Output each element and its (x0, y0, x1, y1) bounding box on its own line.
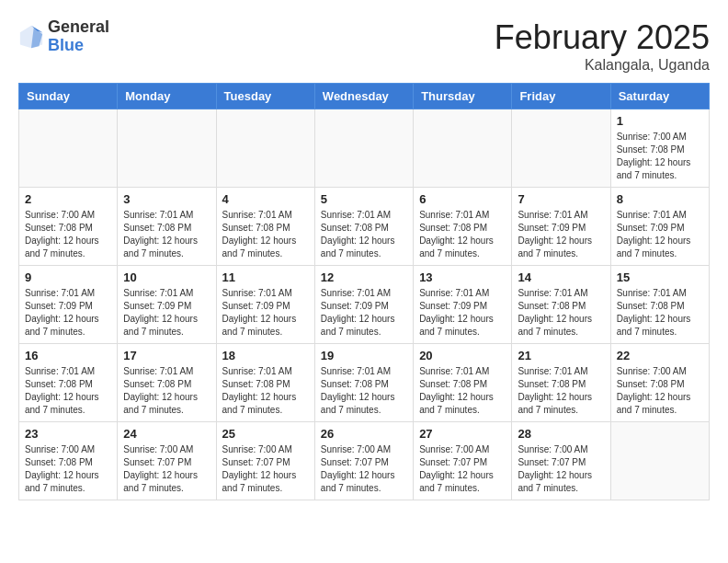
day-info: Sunrise: 7:01 AM Sunset: 7:08 PM Dayligh… (321, 365, 407, 417)
calendar-cell: 15Sunrise: 7:01 AM Sunset: 7:08 PM Dayli… (610, 266, 709, 344)
day-number: 8 (617, 192, 703, 206)
calendar-cell (216, 109, 314, 188)
day-number: 9 (25, 270, 111, 284)
day-info: Sunrise: 7:01 AM Sunset: 7:09 PM Dayligh… (518, 209, 604, 260)
day-number: 20 (419, 349, 506, 362)
location: Kalangala, Uganda (495, 57, 710, 74)
day-number: 10 (123, 270, 210, 284)
day-info: Sunrise: 7:00 AM Sunset: 7:07 PM Dayligh… (123, 443, 210, 495)
day-info: Sunrise: 7:00 AM Sunset: 7:08 PM Dayligh… (25, 443, 111, 495)
day-info: Sunrise: 7:01 AM Sunset: 7:09 PM Dayligh… (222, 287, 309, 339)
day-number: 6 (419, 192, 506, 206)
day-number: 15 (617, 270, 703, 284)
day-info: Sunrise: 7:01 AM Sunset: 7:09 PM Dayligh… (419, 287, 506, 339)
day-info: Sunrise: 7:01 AM Sunset: 7:08 PM Dayligh… (123, 365, 210, 417)
day-info: Sunrise: 7:00 AM Sunset: 7:07 PM Dayligh… (222, 443, 309, 495)
calendar-cell: 2Sunrise: 7:00 AM Sunset: 7:08 PM Daylig… (19, 188, 118, 266)
logo-icon (18, 24, 44, 50)
calendar-cell: 27Sunrise: 7:00 AM Sunset: 7:07 PM Dayli… (414, 422, 512, 500)
calendar-cell: 16Sunrise: 7:01 AM Sunset: 7:08 PM Dayli… (19, 344, 118, 422)
page-header: General Blue February 2025 Kalangala, Ug… (18, 18, 710, 74)
day-info: Sunrise: 7:01 AM Sunset: 7:08 PM Dayligh… (321, 209, 407, 260)
day-info: Sunrise: 7:01 AM Sunset: 7:08 PM Dayligh… (222, 365, 309, 417)
day-info: Sunrise: 7:00 AM Sunset: 7:07 PM Dayligh… (419, 443, 506, 495)
calendar-header-row: SundayMondayTuesdayWednesdayThursdayFrid… (19, 84, 710, 109)
day-number: 11 (222, 270, 309, 284)
day-info: Sunrise: 7:00 AM Sunset: 7:08 PM Dayligh… (617, 131, 703, 182)
day-info: Sunrise: 7:00 AM Sunset: 7:07 PM Dayligh… (518, 443, 604, 495)
weekday-header: Friday (512, 84, 610, 109)
day-info: Sunrise: 7:01 AM Sunset: 7:08 PM Dayligh… (222, 209, 309, 260)
day-number: 18 (222, 349, 309, 362)
calendar-week-row: 16Sunrise: 7:01 AM Sunset: 7:08 PM Dayli… (19, 344, 710, 422)
day-number: 21 (518, 349, 604, 362)
day-number: 19 (321, 349, 407, 362)
day-number: 17 (123, 349, 210, 362)
calendar-week-row: 23Sunrise: 7:00 AM Sunset: 7:08 PM Dayli… (19, 422, 710, 500)
calendar-cell: 14Sunrise: 7:01 AM Sunset: 7:08 PM Dayli… (512, 266, 610, 344)
logo-text: General Blue (48, 18, 109, 55)
logo: General Blue (18, 18, 109, 55)
calendar-cell (314, 109, 413, 188)
weekday-header: Saturday (610, 84, 709, 109)
day-number: 1 (617, 114, 703, 128)
calendar-cell: 7Sunrise: 7:01 AM Sunset: 7:09 PM Daylig… (512, 188, 610, 266)
calendar-cell (414, 109, 512, 188)
day-number: 5 (321, 192, 407, 206)
weekday-header: Tuesday (216, 84, 314, 109)
calendar-cell: 9Sunrise: 7:01 AM Sunset: 7:09 PM Daylig… (19, 266, 118, 344)
day-number: 26 (321, 427, 407, 441)
calendar-cell: 18Sunrise: 7:01 AM Sunset: 7:08 PM Dayli… (216, 344, 314, 422)
day-info: Sunrise: 7:01 AM Sunset: 7:08 PM Dayligh… (123, 209, 210, 260)
day-number: 3 (123, 192, 210, 206)
calendar-cell: 5Sunrise: 7:01 AM Sunset: 7:08 PM Daylig… (314, 188, 413, 266)
calendar-cell: 12Sunrise: 7:01 AM Sunset: 7:09 PM Dayli… (314, 266, 413, 344)
day-number: 28 (518, 427, 604, 441)
weekday-header: Sunday (19, 84, 118, 109)
logo-general: General (48, 17, 109, 36)
day-info: Sunrise: 7:01 AM Sunset: 7:09 PM Dayligh… (123, 287, 210, 339)
calendar-cell: 6Sunrise: 7:01 AM Sunset: 7:08 PM Daylig… (414, 188, 512, 266)
day-info: Sunrise: 7:00 AM Sunset: 7:07 PM Dayligh… (321, 443, 407, 495)
day-number: 23 (25, 427, 111, 441)
calendar-week-row: 2Sunrise: 7:00 AM Sunset: 7:08 PM Daylig… (19, 188, 710, 266)
day-info: Sunrise: 7:01 AM Sunset: 7:08 PM Dayligh… (518, 287, 604, 339)
calendar-cell: 8Sunrise: 7:01 AM Sunset: 7:09 PM Daylig… (610, 188, 709, 266)
day-info: Sunrise: 7:01 AM Sunset: 7:08 PM Dayligh… (419, 209, 506, 260)
calendar-cell: 13Sunrise: 7:01 AM Sunset: 7:09 PM Dayli… (414, 266, 512, 344)
day-number: 2 (25, 192, 111, 206)
calendar-cell (512, 109, 610, 188)
weekday-header: Monday (118, 84, 216, 109)
calendar-cell: 11Sunrise: 7:01 AM Sunset: 7:09 PM Dayli… (216, 266, 314, 344)
calendar-cell: 24Sunrise: 7:00 AM Sunset: 7:07 PM Dayli… (118, 422, 216, 500)
day-number: 16 (25, 349, 111, 362)
day-number: 7 (518, 192, 604, 206)
calendar-cell (118, 109, 216, 188)
day-number: 4 (222, 192, 309, 206)
calendar-week-row: 1Sunrise: 7:00 AM Sunset: 7:08 PM Daylig… (19, 109, 710, 188)
weekday-header: Thursday (414, 84, 512, 109)
month-title: February 2025 (495, 18, 710, 57)
calendar-cell: 25Sunrise: 7:00 AM Sunset: 7:07 PM Dayli… (216, 422, 314, 500)
day-info: Sunrise: 7:01 AM Sunset: 7:08 PM Dayligh… (25, 365, 111, 417)
day-number: 13 (419, 270, 506, 284)
day-number: 22 (617, 349, 703, 362)
calendar-cell: 20Sunrise: 7:01 AM Sunset: 7:08 PM Dayli… (414, 344, 512, 422)
title-area: February 2025 Kalangala, Uganda (495, 18, 710, 74)
calendar-cell: 26Sunrise: 7:00 AM Sunset: 7:07 PM Dayli… (314, 422, 413, 500)
calendar-cell: 10Sunrise: 7:01 AM Sunset: 7:09 PM Dayli… (118, 266, 216, 344)
calendar-cell: 17Sunrise: 7:01 AM Sunset: 7:08 PM Dayli… (118, 344, 216, 422)
calendar-cell: 4Sunrise: 7:01 AM Sunset: 7:08 PM Daylig… (216, 188, 314, 266)
day-info: Sunrise: 7:01 AM Sunset: 7:08 PM Dayligh… (518, 365, 604, 417)
calendar-cell: 28Sunrise: 7:00 AM Sunset: 7:07 PM Dayli… (512, 422, 610, 500)
day-number: 12 (321, 270, 407, 284)
calendar-cell: 3Sunrise: 7:01 AM Sunset: 7:08 PM Daylig… (118, 188, 216, 266)
day-info: Sunrise: 7:01 AM Sunset: 7:09 PM Dayligh… (321, 287, 407, 339)
day-info: Sunrise: 7:01 AM Sunset: 7:08 PM Dayligh… (617, 287, 703, 339)
day-info: Sunrise: 7:01 AM Sunset: 7:09 PM Dayligh… (617, 209, 703, 260)
calendar-table: SundayMondayTuesdayWednesdayThursdayFrid… (18, 83, 710, 500)
calendar-week-row: 9Sunrise: 7:01 AM Sunset: 7:09 PM Daylig… (19, 266, 710, 344)
calendar-cell (610, 422, 709, 500)
day-info: Sunrise: 7:01 AM Sunset: 7:08 PM Dayligh… (419, 365, 506, 417)
day-number: 25 (222, 427, 309, 441)
